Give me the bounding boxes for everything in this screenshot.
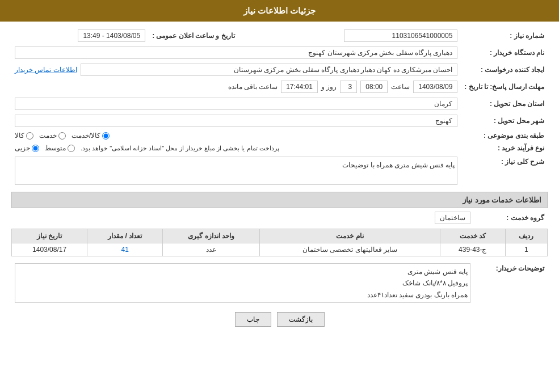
mohlat-clock: 17:44:01 bbox=[281, 81, 318, 93]
ostan-label: استان محل تحویل : bbox=[461, 95, 548, 112]
etelaatTamas-link[interactable]: اطلاعات تماس خریدار bbox=[15, 66, 77, 74]
sharh-label: شرح کلی نیاز : bbox=[461, 154, 548, 187]
shomareNiaz-label: شماره نیاز : bbox=[461, 27, 548, 44]
farayand-desc: پرداخت تمام یا بخشی از مبلغ خریدار از مح… bbox=[81, 145, 279, 152]
ostan-value: کرمان bbox=[15, 98, 457, 110]
radio-motavasset: متوسط bbox=[45, 144, 75, 152]
col-tedad: تعداد / مقدار bbox=[87, 229, 163, 243]
services-section-header: اطلاعات خدمات مورد نیاز bbox=[11, 192, 548, 208]
shahr-value: کهنوج bbox=[15, 115, 457, 127]
mohlat-date: 1403/08/09 bbox=[413, 81, 457, 93]
roz-label: روز و bbox=[321, 83, 337, 91]
col-vahed: واحد اندازه گیری bbox=[163, 229, 260, 243]
groheKhedmat-value: ساختمان bbox=[435, 212, 470, 224]
cell-radif: 1 bbox=[505, 243, 547, 256]
mohlat-label: مهلت ارسال پاسخ: تا تاریخ : bbox=[461, 78, 548, 95]
table-row: 1ج-43-439سایر فعالیتهای تخصصی ساختمانعدد… bbox=[12, 243, 548, 256]
baqi-label: ساعت باقی مانده bbox=[228, 83, 278, 91]
services-table: ردیف کد خدمت نام خدمت واحد اندازه گیری ت… bbox=[11, 229, 548, 256]
col-tarikh: تاریخ نیاز bbox=[12, 229, 87, 243]
col-kod: کد خدمت bbox=[440, 229, 505, 243]
tabagheh-label: طبقه بندی موضوعی : bbox=[461, 129, 548, 142]
cell-name: سایر فعالیتهای تخصصی ساختمان bbox=[259, 243, 440, 256]
radio-khedmat: خدمت bbox=[39, 132, 66, 140]
col-name: نام خدمت bbox=[259, 229, 440, 243]
cell-vahed: عدد bbox=[163, 243, 260, 256]
radio-kala-khedmat: کالا/خدمت bbox=[72, 132, 110, 140]
page-header: جزئیات اطلاعات نیاز bbox=[0, 0, 559, 22]
ijadKonande-value: احسان میرشکاری ده کهان دهیار دهیاری پارگ… bbox=[81, 64, 458, 76]
shomareNiaz-value: 1103106541000005 bbox=[344, 29, 457, 42]
noFarayand-label: نوع فرآیند خرید : bbox=[461, 142, 548, 154]
chap-button[interactable]: چاپ bbox=[235, 312, 271, 327]
ijadKonande-label: ایجاد کننده درخواست : bbox=[461, 61, 548, 78]
mohlat-saat: 08:00 bbox=[360, 81, 388, 93]
page-title: جزئیات اطلاعات نیاز bbox=[243, 6, 316, 15]
bazgasht-button[interactable]: بازگشت bbox=[277, 312, 325, 327]
cell-tedad: 41 bbox=[87, 243, 163, 256]
tosihaat-value: پایه فنس شیش متریپروفیل ۸*۸/پانک شاخکهمر… bbox=[15, 263, 470, 303]
radio-jozyi: جزیی bbox=[15, 144, 39, 152]
tarikh-label: تاریخ و ساعت اعلان عمومی : bbox=[149, 27, 238, 44]
cell-tarikh: 1403/08/17 bbox=[12, 243, 87, 256]
tosihaat-label: توضیحات خریدار: bbox=[474, 261, 548, 305]
groheKhedmat-label: گروه خدمت : bbox=[474, 212, 548, 224]
button-bar: بازگشت چاپ bbox=[11, 312, 548, 327]
namdastgah-value: دهیاری پارگاه سفلی بخش مرکزی شهرستان کهن… bbox=[15, 47, 457, 59]
shahr-label: شهر محل تحویل : bbox=[461, 112, 548, 129]
col-radif: ردیف bbox=[505, 229, 547, 243]
saat-label: ساعت bbox=[391, 83, 410, 91]
main-info-table: شماره نیاز : 1103106541000005 تاریخ و سا… bbox=[11, 27, 548, 187]
cell-kod: ج-43-439 bbox=[440, 243, 505, 256]
tarikh-value: 1403/08/05 - 13:49 bbox=[78, 29, 145, 42]
namdastgah-label: نام دستگاه خریدار : bbox=[461, 44, 548, 61]
mohlat-roz: 3 bbox=[340, 81, 357, 93]
radio-kala: کالا bbox=[15, 132, 33, 140]
grohe-table: گروه خدمت : ساختمان bbox=[11, 212, 548, 224]
sharh-value: پایه فنس شیش متری همراه با توضیحات bbox=[15, 157, 457, 185]
tosihaat-table: توضیحات خریدار: پایه فنس شیش متریپروفیل … bbox=[11, 261, 548, 305]
